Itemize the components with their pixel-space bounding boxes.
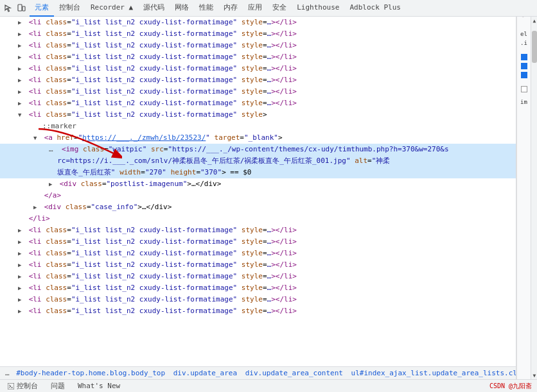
toolbar-icons [3,3,27,14]
expand-icon[interactable]: ▶ [18,237,24,247]
el-label: el [520,31,527,37]
checkbox-2[interactable] [521,63,527,69]
tree-row[interactable]: ▶ <li class="i_list list_n2 cxudy-list-f… [0,271,516,282]
tree-row-expanded-li[interactable]: ▼ <li class="i_list list_n2 cxudy-list-f… [0,109,516,121]
tree-row-a[interactable]: ▼ <a href="https://___._/zmwh/slb/23523/… [0,132,516,144]
expand-icon-empty: ▶ [33,121,40,132]
checkbox-1[interactable] [521,54,527,60]
tree-row[interactable]: ▶ <li class="i_list list_n2 cxudy-list-f… [0,28,516,40]
tree-row[interactable]: ▶ <li class="i_list list_n2 cxudy-list-f… [0,259,516,271]
expand-icon[interactable]: ▶ [18,271,24,282]
scroll-down-arrow[interactable]: ▼ [531,371,537,379]
breadcrumb-item-content[interactable]: div.update_area_content [244,369,344,377]
expand-icon[interactable]: ▶ [18,40,24,51]
checkbox-4[interactable] [521,86,527,92]
expand-icon[interactable]: ▶ [18,98,24,108]
tree-row-img-3[interactable]: 坂直冬_午后红茶" width="270" height="370"> == $… [0,167,516,178]
tree-row-img-1[interactable]: … <img class="waitpic" src="https://___.… [0,144,516,155]
tree-row[interactable]: ▶ <li class="i_list list_n2 cxudy-list-f… [0,282,516,294]
expand-icon-empty: ▶ [18,214,24,224]
scrollbar-track [532,24,537,371]
devtools-container: 元素 控制台 Recorder ▲ 源代码 网络 性能 内存 应用 安全 Lig… [0,0,537,392]
tab-elements[interactable]: 元素 [30,0,54,17]
expand-icon[interactable]: ▶ [18,294,24,305]
expand-icon[interactable]: ▶ [18,64,24,74]
expand-icon[interactable]: ▼ [18,110,24,120]
scroll-up-arrow[interactable]: ▲ [531,17,537,24]
expand-icon[interactable]: ▶ [18,17,24,28]
breadcrumb-bar: … #body-header-top.home.blog.body_top di… [0,366,516,379]
devtools-toolbar: 元素 控制台 Recorder ▲ 源代码 网络 性能 内存 应用 安全 Lig… [0,0,537,17]
expand-icon[interactable]: ▶ [18,52,24,62]
tab-security[interactable]: 安全 [267,0,292,17]
tree-row[interactable]: ▶ <li class="i_list list_n2 cxudy-list-f… [0,40,516,51]
tree-row[interactable]: ▶ <li class="i_list list_n2 cxudy-list-f… [0,294,516,305]
svg-rect-1 [22,6,25,11]
expand-icon[interactable]: ▶ [18,87,24,97]
tree-row-div-caseinfo[interactable]: ▶ <div class="case_info">…</div> [0,201,516,213]
expand-icon[interactable]: ▶ [18,260,24,270]
tab-recorder[interactable]: Recorder ▲ [85,0,138,17]
csdn-watermark: CSDN @九阳斋 [489,382,532,391]
device-icon[interactable] [15,3,27,14]
tree-row-div-postlist[interactable]: ▶ <div class="postlist-imagenum">…</div> [0,178,516,190]
right-side-panel: 样 式 el .i im [516,17,531,379]
tree-row-img-2[interactable]: rc=https://i.___._com/snlv/神柔板昌冬_午后红茶/祸柔… [0,155,516,167]
cursor-icon[interactable] [3,3,14,14]
tree-row[interactable]: ▶ <li class="i_list list_n2 cxudy-list-f… [0,236,516,248]
tree-row[interactable]: ▶ <li class="i_list list_n2 cxudy-list-f… [0,305,516,317]
tab-performance[interactable]: 性能 [194,0,218,17]
tab-application[interactable]: 应用 [243,0,267,17]
tree-row[interactable]: ▶ <li class="i_list list_n2 cxudy-list-f… [0,98,516,109]
expand-icon[interactable]: ▶ [33,202,40,212]
svg-rect-0 [18,4,22,11]
html-tree: ▶ <li class="i_list list_n2 cxudy-list-f… [0,17,516,366]
outer-scrollbar: ▲ ▼ [531,17,537,379]
expand-icon-empty: ▶ [33,191,40,201]
tab-console[interactable]: 控制台 [54,0,85,17]
expand-icon[interactable]: ▶ [18,29,24,39]
bottom-toolbar: 控制台 问题 What's New CSDN @九阳斋 [0,379,537,392]
tree-row[interactable]: ▶ <li class="i_list list_n2 cxudy-list-f… [0,86,516,98]
expand-icon[interactable]: ▶ [18,75,24,85]
tab-network[interactable]: 网络 [170,0,194,17]
tree-row[interactable]: ▶ <li class="i_list list_n2 cxudy-list-f… [0,17,516,28]
tab-adblock[interactable]: Adblock Plus [344,0,405,17]
breadcrumb-ellipsis: … [5,369,10,377]
tab-sources[interactable]: 源代码 [138,0,170,17]
expand-icon[interactable]: ▶ [18,248,24,259]
expand-icon[interactable]: ▶ [18,283,24,293]
expand-icon[interactable]: ▶ [49,179,55,189]
tree-row[interactable]: ▶ <li class="i_list list_n2 cxudy-list-f… [0,63,516,74]
tree-row[interactable]: ▶ <li class="i_list list_n2 cxudy-list-f… [0,74,516,86]
bottom-tab-issues[interactable]: 问题 [48,381,67,391]
elements-panel: ▶ <li class="i_list list_n2 cxudy-list-f… [0,17,516,379]
breadcrumb-item-update[interactable]: div.update_area [172,369,238,377]
tree-row[interactable]: ▶ <li class="i_list list_n2 cxudy-list-f… [0,225,516,236]
tree-row-close-li[interactable]: ▶ </li> [0,213,516,225]
dot-i-label: .i [520,40,527,46]
bottom-tab-console[interactable]: 控制台 [5,381,40,391]
breadcrumb-item-ul[interactable]: ul#index_ajax_list.update_area_lists.cl [350,369,516,377]
console-icon [8,383,14,389]
tab-memory[interactable]: 内存 [218,0,243,17]
breadcrumb-item-body[interactable]: #body-header-top.home.blog.body_top [15,369,166,377]
breadcrumb-sep [10,369,15,377]
tree-row[interactable]: ▶ <li class="i_list list_n2 cxudy-list-f… [0,248,516,259]
checkbox-3[interactable] [521,72,527,78]
bottom-tab-whatsnew[interactable]: What's New [75,382,123,390]
expand-icon[interactable]: ▶ [18,225,24,235]
expand-icon[interactable]: ▼ [33,133,40,143]
scrollbar-thumb-el[interactable] [532,31,537,63]
tree-row-close-a[interactable]: ▶ </a> [0,190,516,201]
tree-row-marker[interactable]: ▶ ::marker [0,121,516,132]
tab-lighthouse[interactable]: Lighthouse [292,0,344,17]
im-label: im [520,99,527,105]
tree-row[interactable]: ▶ <li class="i_list list_n2 cxudy-list-f… [0,51,516,63]
expand-icon[interactable]: ▶ [18,306,24,316]
